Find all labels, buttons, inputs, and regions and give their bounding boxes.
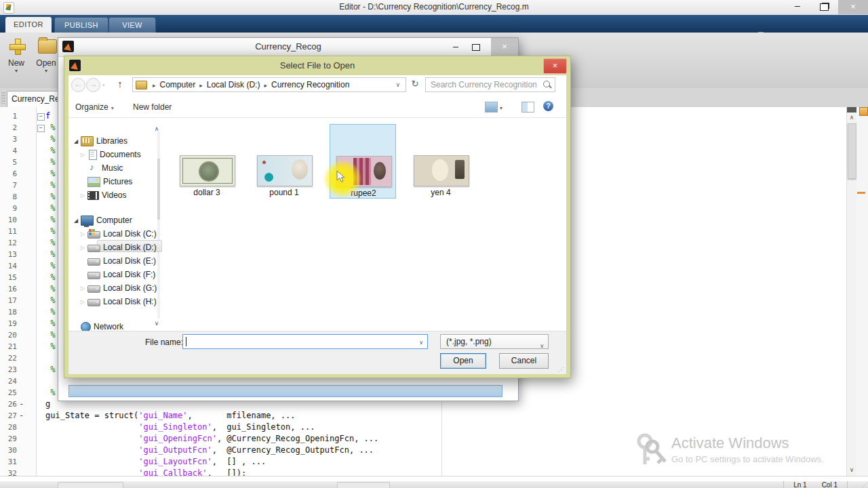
figure-minimize-icon[interactable]: –	[449, 42, 462, 50]
tree-item-pictures[interactable]: Pictures	[81, 176, 132, 188]
breadcrumb-separator-icon[interactable]: ▸	[199, 82, 203, 89]
cancel-button[interactable]: Cancel	[499, 353, 549, 369]
views-caret-icon[interactable]: ▾	[500, 105, 502, 111]
line-number: 20	[0, 329, 17, 341]
line-number: 18	[0, 306, 17, 318]
tree-item-label: Music	[102, 163, 123, 173]
tree-item-local-disk-g-[interactable]: ▷Local Disk (G:)	[81, 282, 157, 294]
code-line-27[interactable]: 27-gui_State = struct('gui_Name', mfilen…	[0, 410, 868, 422]
organize-menu[interactable]: Organize▾	[75, 102, 114, 112]
file-name-caret-icon[interactable]: ∨	[419, 340, 423, 346]
tree-expander-icon[interactable]: ▷	[81, 152, 87, 158]
file-name-input[interactable]: ∨	[182, 334, 428, 349]
tree-scroll-down-icon[interactable]: ∨	[153, 320, 161, 327]
ribbon-tab-publish[interactable]: PUBLISH	[54, 17, 108, 33]
executable-line-marker[interactable]: -	[19, 410, 24, 422]
tree-expander-icon[interactable]: ▷	[81, 192, 87, 199]
forward-button[interactable]: →	[86, 78, 100, 92]
preview-pane-icon[interactable]	[521, 102, 534, 113]
figure-maximize-icon[interactable]	[472, 44, 480, 51]
tree-item-documents[interactable]: ▷Documents	[81, 148, 141, 161]
line-number: 26	[0, 399, 17, 410]
dialog-close-icon[interactable]: ×	[543, 58, 567, 74]
breadcrumb-item[interactable]: Currency Recognition	[271, 80, 349, 89]
search-input[interactable]: Search Currency Recognition	[425, 77, 555, 92]
tree-expander-icon[interactable]: ▷	[81, 245, 87, 251]
history-caret-icon[interactable]: ▾	[102, 83, 105, 88]
file-item-yen-4[interactable]: yen 4	[408, 124, 474, 199]
ribbon-tab-editor[interactable]: EDITOR	[5, 17, 52, 33]
file-type-select[interactable]: (*.jpg, *.png) ∨	[440, 334, 549, 349]
code-text: gui_State = struct('gui_Name', mfilename…	[45, 410, 295, 422]
tree-item-local-disk-d-[interactable]: ▷Local Disk (D:)	[81, 241, 157, 253]
views-icon[interactable]	[485, 102, 498, 113]
restore-icon[interactable]	[820, 3, 829, 11]
minimize-icon[interactable]: –	[789, 1, 806, 12]
warning-marker[interactable]	[859, 107, 868, 116]
tree-scrollbar-thumb[interactable]	[157, 159, 160, 220]
figure-selected-field[interactable]	[68, 385, 502, 397]
open-confirm-button[interactable]: Open	[440, 353, 486, 369]
window-resize-grip[interactable]: ⋰	[862, 482, 867, 488]
tree-expander-icon[interactable]: ▷	[81, 285, 87, 291]
editor-vertical-scrollbar[interactable]: ∧ ∨	[846, 107, 856, 476]
tree-expander-icon[interactable]: ▷	[81, 231, 87, 237]
up-one-level-button[interactable]: ↑	[113, 78, 127, 89]
new-dropdown-caret[interactable]: ▾	[3, 68, 30, 74]
tree-expander-icon[interactable]: ◢	[74, 218, 81, 224]
activation-watermark: Activate Windows Go to PC settings to ac…	[634, 429, 858, 476]
video-icon	[87, 191, 99, 200]
tree-item-local-disk-f-[interactable]: Local Disk (F:)	[81, 268, 155, 281]
refresh-icon[interactable]: ↻	[409, 79, 421, 89]
new-button-label: New	[3, 58, 30, 68]
dialog-title-bar[interactable]: Select File to Open ×	[64, 56, 570, 75]
scroll-up-icon[interactable]: ∧	[847, 114, 856, 121]
tree-item-label: Computer	[96, 216, 132, 225]
tree-item-computer[interactable]: ◢Computer	[74, 214, 132, 226]
code-text: %	[45, 272, 55, 283]
new-plus-icon	[9, 38, 25, 54]
file-item-pound-1[interactable]: pound 1	[251, 124, 317, 199]
new-folder-button[interactable]: New folder	[133, 102, 172, 112]
code-text: %	[45, 180, 55, 191]
close-icon[interactable]: ×	[838, 0, 868, 14]
line-number: 19	[0, 318, 17, 329]
new-button[interactable]: New ▾	[3, 37, 30, 84]
editor-guide-line	[441, 394, 442, 476]
breadcrumb-separator-icon[interactable]: ▸	[153, 82, 156, 89]
code-text: 'gui_Singleton', gui_Singleton, ...	[45, 422, 315, 433]
code-fold-icon[interactable]: −	[37, 113, 45, 121]
address-dropdown-caret[interactable]: ∨	[395, 81, 400, 88]
address-breadcrumb-bar[interactable]: ▸Computer▸Local Disk (D:)▸Currency Recog…	[132, 77, 406, 92]
dialog-resize-grip[interactable]: ⋰	[558, 366, 564, 373]
tree-item-label: Videos	[102, 190, 126, 200]
tree-item-music[interactable]: Music	[81, 162, 123, 174]
back-button[interactable]: ←	[71, 78, 85, 92]
open-dropdown-caret[interactable]: ▾	[33, 68, 60, 74]
breadcrumb-separator-icon[interactable]: ▸	[264, 82, 267, 89]
executable-line-marker[interactable]: -	[19, 399, 24, 410]
help-icon[interactable]: ?	[543, 101, 553, 111]
tree-item-libraries[interactable]: ◢Libraries	[74, 135, 127, 147]
code-fold-icon[interactable]: −	[37, 125, 45, 132]
network-icon	[81, 322, 91, 331]
tree-item-label: Local Disk (C:)	[103, 229, 157, 239]
tree-expander-icon[interactable]: ◢	[74, 138, 81, 144]
figure-close-icon[interactable]: ×	[491, 38, 518, 56]
breadcrumb-item[interactable]: Local Disk (D:)	[207, 80, 260, 89]
figure-title-bar[interactable]: Currency_Recog – ×	[58, 38, 518, 57]
tree-item-network[interactable]: Network	[74, 321, 123, 331]
tree-item-videos[interactable]: ▷Videos	[81, 189, 126, 201]
warning-tick-marker[interactable]	[857, 192, 865, 194]
code-text: %	[45, 157, 55, 168]
ribbon-tab-view[interactable]: VIEW	[108, 17, 156, 33]
tree-item-local-disk-c-[interactable]: ▷Local Disk (C:)	[81, 228, 157, 240]
file-item-dollar-3[interactable]: dollar 3	[174, 124, 240, 199]
tree-item-local-disk-e-[interactable]: Local Disk (E:)	[81, 255, 156, 267]
open-button[interactable]: Open ▾	[33, 37, 60, 84]
tree-expander-icon[interactable]: ▷	[81, 299, 87, 305]
breadcrumb-item[interactable]: Computer	[160, 80, 196, 89]
scrollbar-thumb[interactable]	[848, 123, 856, 179]
panel-grip[interactable]	[1, 92, 5, 104]
tree-item-local-disk-h-[interactable]: ▷Local Disk (H:)	[81, 296, 157, 308]
